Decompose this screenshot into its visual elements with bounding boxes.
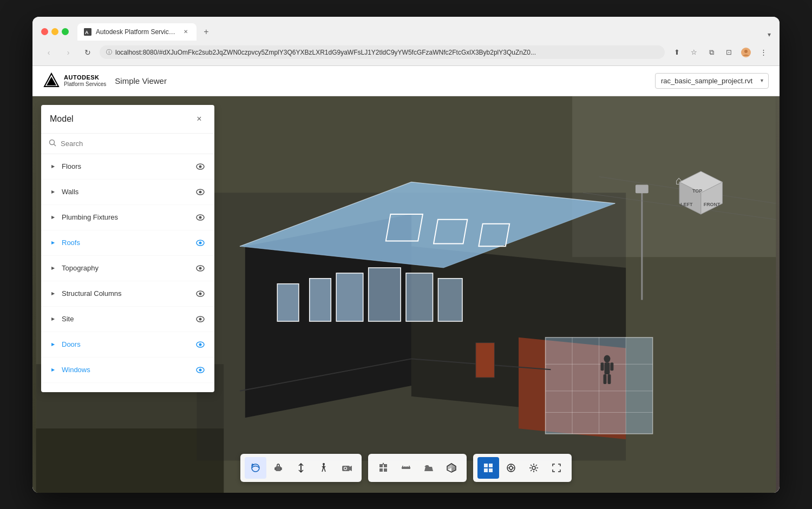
- panel-close-button[interactable]: ×: [193, 113, 206, 125]
- expand-icon: ▶: [49, 239, 57, 247]
- visibility-icon[interactable]: [194, 389, 207, 392]
- tab-close-button[interactable]: ✕: [181, 28, 190, 36]
- model-list: ▶ Floors ▶ Walls: [41, 154, 214, 392]
- item-label: Walls: [62, 188, 194, 196]
- section-button[interactable]: [500, 457, 522, 479]
- sidebar-button[interactable]: ⊡: [721, 45, 736, 60]
- expand-icon: ▶: [49, 289, 57, 298]
- active-tab[interactable]: A Autodesk Platform Services: S... ✕: [77, 23, 197, 41]
- visibility-icon[interactable]: [194, 160, 207, 173]
- visibility-icon[interactable]: [194, 236, 207, 249]
- item-label: Plumbing Fixtures: [62, 213, 194, 221]
- item-label: Structural Columns: [62, 289, 194, 298]
- svg-point-70: [199, 343, 202, 346]
- back-button[interactable]: ‹: [41, 45, 56, 60]
- svg-rect-34: [605, 362, 610, 374]
- tab-favicon: A: [84, 28, 91, 36]
- svg-rect-19: [336, 273, 363, 321]
- list-item[interactable]: ▶ Walls: [41, 180, 214, 205]
- camera-button[interactable]: [336, 457, 357, 479]
- profile-button[interactable]: [738, 45, 754, 60]
- svg-rect-84: [379, 464, 383, 467]
- app-title: Simple Viewer: [115, 76, 167, 85]
- fullscreen-button[interactable]: [546, 457, 567, 479]
- item-label: Roofs: [62, 239, 194, 247]
- list-item[interactable]: ▶ Plumbing Fixtures: [41, 205, 214, 230]
- list-item[interactable]: ▶ Roofs: [41, 230, 214, 256]
- svg-marker-5: [47, 77, 56, 85]
- maximize-button[interactable]: [62, 28, 69, 35]
- svg-rect-85: [384, 464, 387, 467]
- model-button[interactable]: [441, 457, 462, 479]
- measure-button[interactable]: [395, 457, 417, 479]
- expand-icon: ▶: [49, 188, 57, 196]
- svg-rect-38: [607, 374, 611, 384]
- menu-button[interactable]: ⋮: [756, 45, 771, 60]
- list-item[interactable]: ▶ Windows: [41, 358, 214, 383]
- tab-list-button[interactable]: ▾: [768, 31, 771, 38]
- svg-rect-18: [310, 278, 331, 321]
- visibility-icon[interactable]: [194, 313, 207, 326]
- url-bar[interactable]: ⓘ localhost:8080/#dXJuOmFkc2sub2JqZWN0cz…: [100, 45, 665, 59]
- visibility-icon[interactable]: [194, 363, 207, 376]
- expand-icon: ▶: [49, 162, 57, 171]
- visibility-icon[interactable]: [194, 338, 207, 351]
- dolly-button[interactable]: [290, 457, 312, 479]
- explode-button[interactable]: [372, 457, 394, 479]
- pan-button[interactable]: [267, 457, 289, 479]
- svg-point-68: [199, 318, 202, 320]
- list-item[interactable]: ▶ Pads: [41, 383, 214, 392]
- reload-button[interactable]: ↻: [80, 45, 95, 60]
- bookmark-button[interactable]: ☆: [686, 45, 702, 60]
- svg-rect-101: [489, 468, 493, 472]
- list-item[interactable]: ▶ Site: [41, 307, 214, 332]
- search-bar: [41, 134, 214, 154]
- visibility-icon[interactable]: [194, 262, 207, 275]
- tab-bar: A Autodesk Platform Services: S... ✕ + ▾: [77, 23, 771, 41]
- svg-point-56: [199, 165, 202, 168]
- view-toolbar: [473, 454, 572, 482]
- visibility-icon[interactable]: [194, 287, 207, 300]
- visibility-icon[interactable]: [194, 211, 207, 224]
- walk-button[interactable]: [313, 457, 335, 479]
- svg-point-64: [199, 267, 202, 269]
- close-button[interactable]: [41, 28, 48, 35]
- autodesk-logo-icon: [43, 72, 60, 89]
- traffic-lights: [41, 28, 69, 35]
- minimize-button[interactable]: [51, 28, 58, 35]
- svg-rect-98: [484, 464, 488, 467]
- list-item[interactable]: ▶ Floors: [41, 154, 214, 180]
- expand-icon: ▶: [49, 340, 57, 349]
- forward-button[interactable]: ›: [61, 45, 76, 60]
- list-item[interactable]: ▶ Doors: [41, 332, 214, 358]
- list-item[interactable]: ▶ Topography: [41, 256, 214, 281]
- new-tab-button[interactable]: +: [199, 24, 214, 39]
- orbit-button[interactable]: [245, 457, 266, 479]
- app-header: AUTODESK Platform Services Simple Viewer…: [32, 66, 780, 96]
- search-icon: [49, 139, 56, 148]
- settings-button[interactable]: [523, 457, 545, 479]
- visibility-icon[interactable]: [194, 186, 207, 199]
- open-button[interactable]: [418, 457, 440, 479]
- secure-icon: ⓘ: [106, 48, 112, 56]
- svg-marker-88: [382, 462, 384, 465]
- structure-button[interactable]: [477, 457, 499, 479]
- svg-point-33: [604, 355, 611, 362]
- list-item[interactable]: ▶ Structural Columns: [41, 281, 214, 307]
- svg-point-66: [199, 292, 202, 295]
- svg-rect-76: [276, 466, 281, 471]
- panel-title: Model: [50, 114, 74, 124]
- share-button[interactable]: ⬆: [669, 45, 684, 60]
- item-label: Floors: [62, 162, 194, 170]
- project-selector-wrapper: rac_basic_sample_project.rvt: [655, 73, 769, 89]
- browser-window: A Autodesk Platform Services: S... ✕ + ▾…: [32, 17, 780, 493]
- extensions-button[interactable]: ⧉: [704, 45, 719, 60]
- svg-rect-81: [342, 466, 350, 471]
- svg-rect-86: [379, 468, 383, 472]
- search-input[interactable]: [61, 140, 207, 148]
- svg-point-60: [199, 216, 202, 219]
- project-selector[interactable]: rac_basic_sample_project.rvt: [655, 73, 769, 89]
- logo-text-bottom: Platform Services: [64, 81, 106, 87]
- svg-rect-8: [36, 428, 224, 493]
- svg-point-80: [323, 463, 325, 465]
